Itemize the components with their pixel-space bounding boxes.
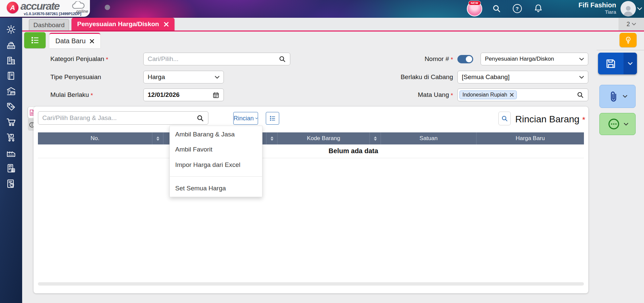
version-text: v1.0.1#3570-587261 [3499P12DP] [24,12,81,16]
nomor-label: Nomor #* [358,53,453,65]
tax-document-icon[interactable]: TAX [6,163,16,173]
table-header: No. Kode Barang Satuan Harga Baru [38,132,584,144]
column-no[interactable]: No. [38,132,152,144]
search-icon[interactable] [196,114,204,122]
help-icon[interactable]: ? [512,3,523,14]
calendar-icon[interactable] [212,92,219,99]
item-search-field[interactable] [38,111,208,125]
chevron-down-icon [215,76,219,79]
table-empty-row: Belum ada data [38,144,584,158]
divider [597,50,644,50]
mata-uang-field[interactable]: Indonesian Rupiah [457,88,588,101]
chevron-down-icon [579,58,584,61]
lightbulb-icon [624,36,633,45]
rincian-dropdown-button[interactable]: Rincian [233,112,258,125]
sort-icon[interactable] [266,132,277,144]
menu-item-set-semua-harga[interactable]: Set Semua Harga [170,185,262,192]
search-icon [501,115,508,122]
mulai-berlaku-date-field[interactable] [143,88,224,101]
settings-icon[interactable] [6,24,16,35]
search-icon[interactable] [279,55,286,63]
paperclip-icon [608,90,620,103]
close-icon[interactable] [164,22,169,27]
column-settings-button[interactable] [266,112,279,125]
tipe-penyesuaian-select[interactable]: Harga [143,71,224,83]
close-icon[interactable] [90,39,94,44]
currency-chip[interactable]: Indonesian Rupiah [459,90,517,99]
kategori-penjualan-label: Kategori Penjualan* [50,53,108,65]
chevron-down-icon [628,62,633,65]
logo-text: accurate [20,0,59,12]
tab-label: Penyesuaian Harga/Diskon [77,20,159,28]
avatar[interactable] [621,1,636,16]
nomor-auto-toggle[interactable] [457,55,473,63]
doc-tab-label: Data Baru [55,37,86,45]
kategori-penjualan-field[interactable] [143,53,290,65]
inventory-delivery-icon[interactable] [6,132,16,142]
top-bar: A accurate online v1.0.1#3570-587261 [34… [0,0,644,18]
kategori-penjualan-input[interactable] [148,55,279,63]
tab-data-baru[interactable]: Data Baru [49,33,100,48]
window-tab-strip: Dashboard Penyesuaian Harga/Diskon 2 [22,18,644,32]
mulai-berlaku-input[interactable] [148,91,212,99]
item-search-input[interactable] [42,114,196,122]
app-sidebar: Rp TAX [0,18,22,303]
berlaku-di-cabang-label: Berlaku di Cabang [358,71,453,83]
menu-item-impor-harga-excel[interactable]: Impor Harga dari Excel [170,161,262,169]
menu-item-ambil-favorit[interactable]: Ambil Favorit [170,146,262,153]
reports-icon[interactable] [6,179,16,189]
main-content: Data Baru Kategori Penjualan* Tipe Penye… [22,32,644,303]
manufacturing-icon[interactable] [6,148,16,158]
user-info[interactable]: Fifi Fashion Tiara [557,1,616,15]
column-satuan[interactable]: Satuan [381,132,476,144]
chevron-down-icon [624,123,628,126]
tab-overflow-counter[interactable]: 2 [618,18,644,31]
column-kode-barang[interactable]: Kode Barang [277,132,369,144]
more-actions-button[interactable] [599,113,636,135]
sales-pricing-icon[interactable]: Rp [6,102,16,112]
journal-book-icon[interactable] [6,71,16,81]
banking-icon[interactable] [6,86,16,96]
user-role: Tiara [557,9,616,15]
notifications-bell-icon[interactable] [533,3,544,14]
table-search-button[interactable] [498,112,511,125]
purchases-cart-icon[interactable] [6,117,16,127]
chevron-down-icon [623,95,627,98]
column-harga-baru[interactable]: Harga Baru [476,132,584,144]
remove-chip-icon[interactable] [510,93,514,97]
attachment-button[interactable] [599,85,636,108]
horizontal-scrollbar[interactable] [38,282,584,286]
search-icon[interactable] [577,91,584,99]
sort-icon[interactable] [369,132,381,144]
chevron-down-icon [632,23,636,25]
mulai-berlaku-label: Mulai Berlaku* [50,88,93,101]
panel-title: Rincian Barang* [515,114,585,125]
decor-dot [105,5,110,10]
menu-item-ambil-barang-jasa[interactable]: Ambil Barang & Jasa [170,131,262,138]
tab-dashboard[interactable]: Dashboard [29,19,69,31]
tab-penyesuaian-harga-diskon[interactable]: Penyesuaian Harga/Diskon [71,18,175,31]
nomor-template-select[interactable]: Penyesuaian Harga/Diskon [481,53,588,65]
cash-register-icon[interactable] [6,40,16,50]
menu-divider [170,176,262,177]
empty-state-text: Belum ada data [269,147,437,155]
save-icon[interactable] [598,53,624,74]
rincian-barang-panel: Rincian Rincian Barang* No. [34,107,588,293]
tips-lightbulb-button[interactable] [620,33,637,47]
save-button[interactable] [598,53,637,74]
search-icon[interactable] [491,3,502,14]
open-list-button[interactable] [24,32,46,48]
company-icon[interactable] [6,55,16,65]
user-menu-chevron-down-icon[interactable] [637,7,642,10]
berlaku-di-cabang-select[interactable]: [Semua Cabang] [457,71,588,83]
list-icon [30,35,40,45]
sort-icon[interactable] [152,132,163,144]
new-badge: NEW [468,1,481,5]
promo-avatar[interactable]: NEW [467,1,482,16]
save-options-chevron[interactable] [624,53,637,74]
chevron-down-icon [579,76,584,79]
logo-area: A accurate online v1.0.1#3570-587261 [34… [0,0,90,17]
chevron-down-icon [255,117,258,120]
rp-glyph: Rp [11,105,14,108]
circle-ellipsis-icon [607,117,621,131]
